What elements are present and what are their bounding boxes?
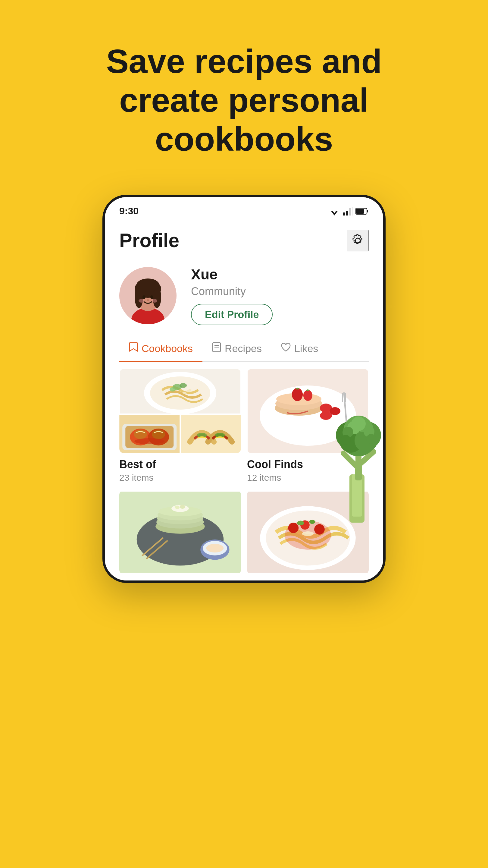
svg-point-51 bbox=[292, 388, 303, 401]
avatar bbox=[119, 267, 176, 324]
cookbook-card-4[interactable] bbox=[247, 490, 369, 575]
status-icons bbox=[329, 207, 369, 216]
user-info: Xue Community Edit Profile bbox=[119, 260, 369, 335]
user-name: Xue bbox=[191, 266, 272, 283]
svg-point-22 bbox=[152, 299, 157, 303]
user-details: Xue Community Edit Profile bbox=[191, 266, 272, 325]
svg-point-32 bbox=[170, 387, 175, 392]
phone-frame: 9:30 bbox=[102, 195, 386, 583]
svg-point-71 bbox=[206, 544, 224, 553]
svg-point-18 bbox=[142, 296, 145, 299]
tab-cookbooks[interactable]: Cookbooks bbox=[119, 335, 202, 362]
tacos-img bbox=[181, 415, 241, 453]
gear-icon bbox=[350, 233, 366, 248]
bottom-img-3 bbox=[119, 490, 241, 575]
cookbook-name-best-of: Best of bbox=[119, 458, 241, 471]
status-bar: 9:30 bbox=[105, 197, 383, 220]
svg-point-21 bbox=[138, 299, 144, 303]
svg-point-68 bbox=[180, 505, 185, 509]
bottom-img-4 bbox=[247, 490, 369, 575]
bottom-cookbooks-row bbox=[119, 490, 369, 581]
svg-point-42 bbox=[134, 438, 164, 444]
svg-point-55 bbox=[320, 411, 332, 420]
svg-point-20 bbox=[147, 299, 149, 301]
page-title: Profile bbox=[119, 229, 179, 252]
svg-point-52 bbox=[303, 390, 313, 401]
cookbook-name-cool-finds: Cool Finds bbox=[247, 458, 369, 471]
svg-point-78 bbox=[288, 523, 299, 533]
pasta-tomato-svg bbox=[247, 490, 369, 575]
svg-rect-43 bbox=[181, 415, 241, 453]
cookbook-card-3[interactable] bbox=[119, 490, 241, 575]
svg-point-19 bbox=[150, 296, 153, 299]
svg-point-80 bbox=[314, 524, 325, 535]
heart-icon bbox=[281, 343, 291, 354]
svg-point-31 bbox=[180, 383, 187, 388]
cookbook-count-best-of: 23 items bbox=[119, 472, 241, 483]
headline-line2: create personal bbox=[119, 82, 369, 119]
cookbooks-grid: Best of 23 items bbox=[119, 362, 369, 490]
headline-line1: Save recipes and bbox=[106, 42, 382, 80]
wifi-icon bbox=[329, 207, 340, 216]
user-type: Community bbox=[191, 285, 272, 298]
battery-icon bbox=[355, 208, 369, 215]
tab-likes-label: Likes bbox=[294, 343, 318, 354]
edit-profile-button[interactable]: Edit Profile bbox=[191, 304, 272, 325]
document-icon bbox=[212, 342, 221, 355]
profile-header: Profile bbox=[119, 220, 369, 260]
svg-point-67 bbox=[175, 506, 180, 509]
tab-recipes-label: Recipes bbox=[225, 343, 262, 354]
svg-point-40 bbox=[134, 430, 147, 439]
pasta-food-img bbox=[119, 369, 241, 413]
stuffed-peppers-img bbox=[119, 415, 180, 453]
svg-rect-6 bbox=[352, 207, 352, 216]
pancakes-strawberry-svg bbox=[247, 369, 369, 453]
profile-screen: Profile bbox=[105, 220, 383, 581]
tab-recipes[interactable]: Recipes bbox=[202, 335, 271, 362]
svg-point-17 bbox=[136, 278, 159, 292]
status-time: 9:30 bbox=[119, 206, 138, 217]
svg-point-82 bbox=[310, 520, 315, 524]
settings-button[interactable] bbox=[347, 230, 369, 251]
avatar-image bbox=[119, 267, 176, 324]
signal-icon bbox=[343, 207, 352, 216]
green-pancakes-svg bbox=[119, 490, 241, 575]
tacos-svg bbox=[181, 415, 241, 453]
cookbook-card-best-of[interactable]: Best of 23 items bbox=[119, 369, 241, 483]
cookbook-count-cool-finds: 12 items bbox=[247, 472, 369, 483]
cookbook-images-cool-finds bbox=[247, 369, 369, 453]
svg-point-81 bbox=[297, 521, 304, 525]
svg-rect-8 bbox=[367, 210, 368, 213]
headline: Save recipes and create personal cookboo… bbox=[70, 0, 418, 183]
bookmark-icon bbox=[129, 342, 138, 355]
svg-point-41 bbox=[152, 430, 165, 439]
phone-screen: 9:30 bbox=[102, 195, 386, 583]
cookbook-images-best-of bbox=[119, 369, 241, 453]
svg-rect-4 bbox=[346, 211, 348, 216]
headline-line3: cookbooks bbox=[155, 120, 333, 158]
svg-rect-5 bbox=[349, 208, 351, 216]
svg-rect-3 bbox=[343, 213, 345, 216]
tab-cookbooks-label: Cookbooks bbox=[141, 343, 193, 354]
cookbook-card-cool-finds[interactable]: Cool Finds 12 items bbox=[247, 369, 369, 483]
tab-likes[interactable]: Likes bbox=[271, 335, 328, 362]
tabs-bar: Cookbooks Recipes bbox=[119, 335, 369, 362]
stuffed-peppers-svg bbox=[119, 415, 180, 453]
svg-point-83 bbox=[302, 532, 314, 536]
pasta-svg bbox=[119, 369, 241, 413]
svg-rect-9 bbox=[356, 209, 364, 214]
